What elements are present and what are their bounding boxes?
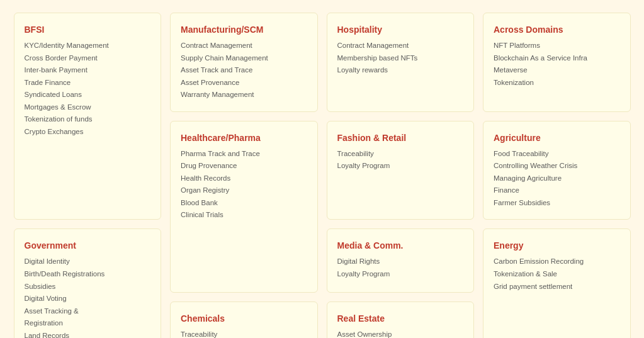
card-title-across-domains: Across Domains: [494, 25, 620, 35]
list-item: Asset Track and Trace: [181, 64, 307, 77]
list-item: Tokenization & Sale: [494, 268, 620, 281]
main-grid: BFSIKYC/Identity ManagementCross Border …: [14, 13, 631, 338]
list-item: Finance: [494, 184, 620, 197]
card-across-domains: Across DomainsNFT PlatformsBlockchain As…: [483, 13, 631, 112]
list-item: Pharma Track and Trace: [181, 148, 307, 161]
card-title-agriculture: Agriculture: [494, 133, 620, 143]
card-title-real-estate: Real Estate: [337, 313, 464, 324]
card-title-chemicals: Chemicals: [181, 313, 307, 324]
list-item: Membership based NFTs: [337, 52, 464, 65]
card-energy: EnergyCarbon Emission RecordingTokenizat…: [483, 228, 631, 338]
card-title-bfsi: BFSI: [25, 25, 151, 35]
list-item: Trade Finance: [25, 77, 151, 89]
list-item: Syndicated Loans: [25, 89, 151, 101]
list-item: Supply Chain Management: [181, 52, 307, 65]
list-item: Organ Registry: [181, 184, 307, 197]
list-item: Contract Management: [337, 40, 464, 52]
card-title-fashion: Fashion & Retail: [337, 133, 464, 143]
card-title-government: Government: [25, 240, 151, 251]
list-item: Farmer Subsidies: [494, 197, 620, 210]
list-item: Crypto Exchanges: [25, 126, 151, 138]
list-item: Blockchain As a Service Infra: [494, 52, 620, 65]
list-item: Warranty Management: [181, 89, 307, 101]
list-item: Controlling Weather Crisis: [494, 160, 620, 172]
list-item: Loyalty rewards: [337, 64, 464, 77]
list-item: Digital Voting: [25, 293, 151, 305]
card-title-healthcare: Healthcare/Pharma: [181, 133, 307, 143]
list-item: Land Records: [25, 330, 151, 338]
list-item: KYC/Identity Management: [25, 40, 151, 52]
list-item: Digital Rights: [337, 256, 464, 268]
card-agriculture: AgricultureFood TraceabilityControlling …: [483, 121, 631, 220]
list-item: Asset Tracking & Registration: [25, 305, 151, 330]
card-chemicals: ChemicalsTraceabilityEPR Certificate pro…: [170, 301, 318, 338]
card-title-manufacturing: Manufacturing/SCM: [181, 25, 307, 35]
card-title-energy: Energy: [494, 240, 620, 251]
card-healthcare: Healthcare/PharmaPharma Track and TraceD…: [170, 121, 318, 293]
list-item: Clinical Trials: [181, 209, 307, 222]
list-item: Inter-bank Payment: [25, 64, 151, 77]
card-government: GovernmentDigital IdentityBirth/Death Re…: [14, 228, 162, 338]
list-item: Blood Bank: [181, 197, 307, 210]
list-item: Asset Provenance: [181, 77, 307, 89]
list-item: Contract Management: [181, 40, 307, 52]
list-item: Carbon Emission Recording: [494, 256, 620, 268]
list-item: Mortgages & Escrow: [25, 101, 151, 114]
list-item: Metaverse: [494, 64, 620, 77]
list-item: Loyalty Program: [337, 160, 464, 172]
list-item: Loyalty Program: [337, 268, 464, 281]
list-item: Cross Border Payment: [25, 52, 151, 65]
card-title-media: Media & Comm.: [337, 240, 464, 251]
card-fashion: Fashion & RetailTraceabilityLoyalty Prog…: [327, 121, 475, 220]
card-media: Media & Comm.Digital RightsLoyalty Progr…: [327, 228, 475, 292]
list-item: Grid payment settlement: [494, 281, 620, 293]
list-item: Drug Provenance: [181, 160, 307, 172]
list-item: Tokenization: [494, 77, 620, 89]
list-item: NFT Platforms: [494, 40, 620, 52]
card-manufacturing: Manufacturing/SCMContract ManagementSupp…: [170, 13, 318, 112]
card-hospitality: HospitalityContract ManagementMembership…: [327, 13, 475, 112]
card-real-estate: Real EstateAsset OwnershipCredit RatingT…: [327, 301, 475, 338]
card-bfsi: BFSIKYC/Identity ManagementCross Border …: [14, 13, 162, 220]
list-item: Subsidies: [25, 281, 151, 293]
card-title-hospitality: Hospitality: [337, 25, 464, 35]
list-item: Health Records: [181, 172, 307, 185]
list-item: Tokenization of funds: [25, 113, 151, 126]
list-item: Managing Agriculture: [494, 172, 620, 185]
list-item: Digital Identity: [25, 256, 151, 268]
list-item: Asset Ownership: [337, 329, 464, 338]
list-item: Traceability: [181, 329, 307, 338]
list-item: Food Traceability: [494, 148, 620, 161]
list-item: Birth/Death Registrations: [25, 268, 151, 281]
list-item: Traceability: [337, 148, 464, 161]
